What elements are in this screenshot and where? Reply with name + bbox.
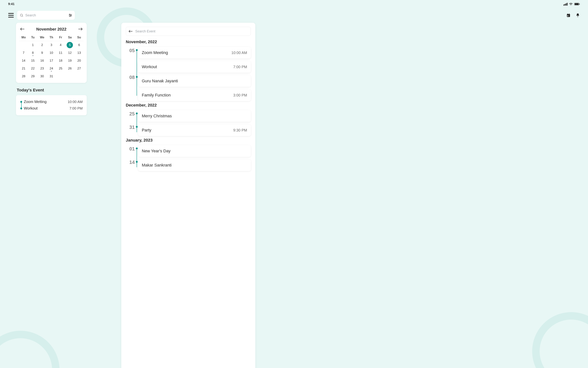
calendar-day[interactable]: 1 (28, 41, 38, 49)
event-title: Makar Sankranti (142, 163, 172, 168)
calendar-day[interactable]: 22 (28, 65, 38, 73)
event-card[interactable]: Workout7:00 PM (138, 61, 251, 73)
timeline-dot (136, 126, 138, 128)
calendar-day[interactable]: 9 (37, 49, 47, 57)
calendar-day (65, 73, 75, 80)
event-card[interactable]: New Year's Day (138, 145, 251, 157)
calendar-day[interactable]: 20 (74, 57, 84, 65)
calendar-day[interactable]: 12 (65, 49, 75, 57)
calendar-day (56, 73, 65, 80)
calendar-day[interactable]: 8 (28, 49, 38, 57)
calendar-day[interactable]: 17 (47, 57, 56, 65)
svg-rect-1 (575, 3, 579, 5)
timeline-dot (136, 49, 138, 51)
svg-point-10 (70, 16, 70, 16)
event-search-input[interactable] (135, 29, 248, 33)
filter-icon[interactable] (69, 14, 72, 17)
calendar-day[interactable]: 24 (47, 65, 56, 73)
today-event-time: 10:00 AM (68, 100, 83, 104)
events-panel: November, 20220508Zoom Meeting10:00 AMWo… (121, 23, 255, 368)
timeline-day-number: 08 (129, 75, 135, 80)
event-card[interactable]: Guru Nanak Jayanti (138, 75, 251, 87)
svg-rect-12 (567, 14, 570, 15)
calendar-day[interactable]: 31 (47, 73, 56, 80)
calendar-dow: We (37, 35, 47, 41)
calendar-day[interactable]: 4 (56, 41, 65, 49)
calendar-dow: Fr (56, 35, 65, 41)
timeline-dot (136, 147, 138, 149)
calendar-day[interactable]: 23 (37, 65, 47, 73)
svg-rect-14 (569, 14, 570, 15)
calendar-day[interactable]: 25 (56, 65, 65, 73)
event-time: 3:00 PM (233, 93, 247, 97)
toolbar (0, 11, 588, 20)
event-card[interactable]: Merry Christmas (138, 110, 251, 122)
status-time: 9:41 (8, 2, 15, 6)
event-time: 10:00 AM (231, 51, 247, 55)
calendar-dow: Sa (65, 35, 75, 41)
event-time: 9:30 PM (233, 128, 247, 132)
signal-icon (563, 3, 568, 6)
search-box[interactable] (17, 11, 75, 20)
calendar-day[interactable]: 7 (19, 49, 28, 57)
svg-point-3 (20, 14, 23, 16)
calendar-card: November 2022 MoTuWeThFrSaSu123456789101… (16, 23, 87, 83)
calendar-day (74, 73, 84, 80)
calendar-day[interactable]: 11 (56, 49, 65, 57)
today-event-item[interactable]: Workout7:00 PM (20, 105, 83, 111)
event-card[interactable]: Makar Sankranti (138, 159, 251, 171)
calendar-dow: Th (47, 35, 56, 41)
bg-circle (0, 331, 60, 368)
event-title: Merry Christmas (142, 114, 172, 119)
calendar-day[interactable]: 29 (28, 73, 38, 80)
calendar-month-label: November 2022 (36, 27, 67, 32)
events-month-label: November, 2022 (126, 39, 251, 44)
event-title: Zoom Meeting (142, 50, 168, 55)
calendar-dow: Tu (28, 35, 38, 41)
event-search-box[interactable] (126, 27, 251, 36)
bell-icon[interactable] (576, 13, 580, 18)
back-icon[interactable] (129, 30, 133, 33)
next-month-button[interactable] (77, 26, 84, 32)
timeline-dot (136, 161, 138, 163)
calendar-day[interactable]: 18 (56, 57, 65, 65)
calendar-day[interactable]: 26 (65, 65, 75, 73)
event-card[interactable]: Party9:30 PM (138, 124, 251, 136)
status-bar: 9:41 (0, 0, 588, 8)
calendar-day[interactable]: 14 (19, 57, 28, 65)
calendar-day[interactable]: 2 (37, 41, 47, 49)
event-title: Party (142, 128, 151, 133)
events-month-label: December, 2022 (126, 103, 251, 108)
calendar-day[interactable]: 13 (74, 49, 84, 57)
calendar-icon[interactable] (566, 13, 570, 17)
calendar-day[interactable]: 10 (47, 49, 56, 57)
timeline-day-number: 31 (129, 125, 135, 130)
today-event-item[interactable]: Zoom Metting10:00 AM (20, 99, 83, 105)
calendar-day[interactable]: 27 (74, 65, 84, 73)
calendar-day[interactable]: 5 (67, 42, 73, 48)
calendar-day[interactable]: 16 (37, 57, 47, 65)
timeline-date-col: 0508 (126, 47, 135, 98)
prev-month-button[interactable] (19, 26, 26, 32)
calendar-day[interactable]: 21 (19, 65, 28, 73)
todays-event-title: Today's Event (17, 88, 87, 92)
timeline-day-number: 05 (129, 48, 135, 53)
calendar-day[interactable]: 28 (19, 73, 28, 80)
menu-button[interactable] (8, 13, 14, 18)
event-time: 7:00 PM (233, 65, 247, 69)
calendar-day[interactable]: 30 (37, 73, 47, 80)
search-input[interactable] (25, 13, 69, 17)
calendar-day[interactable]: 6 (74, 41, 84, 49)
calendar-day[interactable]: 15 (28, 57, 38, 65)
event-card[interactable]: Zoom Meeting10:00 AM (138, 47, 251, 58)
svg-line-4 (22, 16, 23, 17)
events-month-label: January, 2023 (126, 138, 251, 143)
wifi-icon (569, 3, 573, 6)
svg-point-6 (69, 14, 70, 15)
svg-rect-13 (568, 14, 568, 15)
timeline-dot (136, 112, 138, 114)
calendar-day[interactable]: 19 (65, 57, 75, 65)
event-card[interactable]: Family Function3:00 PM (138, 89, 251, 101)
timeline-day-number: 01 (129, 146, 135, 151)
calendar-day[interactable]: 3 (47, 41, 56, 49)
